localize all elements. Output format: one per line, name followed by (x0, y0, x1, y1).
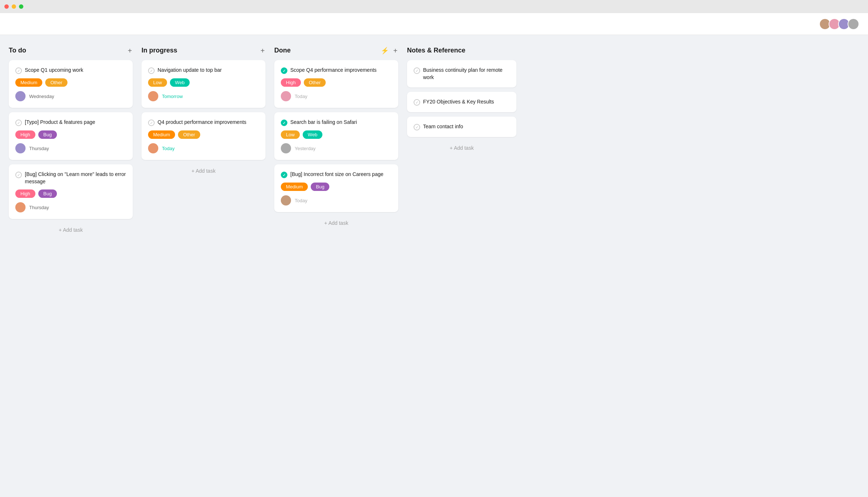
tag-high[interactable]: High (15, 189, 35, 198)
column-in-progress: In progress+Navigation update to top bar… (142, 47, 266, 177)
add-task-todo[interactable]: + Add task (9, 223, 133, 236)
card-footer: Yesterday (281, 143, 392, 153)
card-title-row: Q4 product performance improvements (148, 119, 259, 126)
tag-web[interactable]: Web (303, 130, 323, 139)
card-date: Wednesday (29, 94, 54, 99)
card-footer: Thursday (15, 143, 126, 153)
card-title-row: Search bar is failing on Safari (281, 119, 392, 126)
note-card-note-fy20: FY20 Objectives & Key Results (407, 92, 516, 112)
card-tags: LowWeb (281, 130, 392, 139)
card-check-icon[interactable] (148, 67, 155, 74)
tag-high[interactable]: High (281, 78, 301, 87)
card-avatar (15, 143, 26, 153)
card-date: Tomorrow (162, 94, 183, 99)
column-header-done: Done⚡+ (274, 47, 398, 54)
card-avatar (148, 143, 158, 153)
card-tags: HighOther (281, 78, 392, 87)
card-date: Today (295, 198, 307, 203)
card-check-icon[interactable] (281, 67, 287, 74)
card-tags: MediumOther (15, 78, 126, 87)
card-title-row: Navigation update to top bar (148, 67, 259, 74)
column-header-in-progress: In progress+ (142, 47, 266, 54)
team-avatars (819, 18, 859, 30)
column-actions-in-progress: + (260, 47, 266, 54)
card-tags: MediumBug (281, 183, 392, 191)
card-footer: Wednesday (15, 91, 126, 101)
column-done: Done⚡+Scope Q4 performance improvementsH… (274, 47, 398, 230)
dot-red[interactable] (4, 4, 9, 9)
column-notes: Notes & ReferenceBusiness continuity pla… (407, 47, 516, 154)
card-tags: HighBug (15, 189, 126, 198)
card-footer: Tomorrow (148, 91, 259, 101)
card-check-icon[interactable] (281, 172, 287, 178)
column-header-todo: To do+ (9, 47, 133, 54)
dot-yellow[interactable] (12, 4, 16, 9)
card-title-row: Scope Q1 upcoming work (15, 67, 126, 74)
card-title: Search bar is failing on Safari (290, 119, 357, 126)
tag-medium[interactable]: Medium (15, 78, 42, 87)
card-card-typo: [Typo] Product & features pageHighBugThu… (9, 112, 133, 160)
column-add-button-in-progress[interactable]: + (260, 47, 266, 54)
board-container: To do+Scope Q1 upcoming workMediumOtherW… (0, 35, 868, 248)
card-card-scope-q4: Scope Q4 performance improvementsHighOth… (274, 60, 398, 108)
card-avatar (281, 195, 291, 206)
card-title: Scope Q1 upcoming work (25, 67, 83, 74)
avatar-4[interactable] (848, 18, 859, 30)
card-check-icon[interactable] (15, 120, 22, 126)
tag-medium[interactable]: Medium (148, 130, 175, 139)
titlebar (0, 0, 868, 13)
tag-other[interactable]: Other (178, 130, 200, 139)
card-title: Scope Q4 performance improvements (290, 67, 377, 74)
card-date: Thursday (29, 146, 49, 151)
column-add-button-todo[interactable]: + (127, 47, 133, 54)
card-tags: MediumOther (148, 130, 259, 139)
card-date: Today (162, 146, 175, 151)
column-add-button-done[interactable]: + (392, 47, 398, 54)
tag-other[interactable]: Other (45, 78, 67, 87)
card-title: Q4 product performance improvements (158, 119, 247, 126)
card-check-icon[interactable] (281, 120, 287, 126)
card-title: [Typo] Product & features page (25, 119, 95, 126)
check-icon[interactable] (414, 124, 420, 130)
note-title: FY20 Objectives & Key Results (423, 98, 494, 106)
tag-web[interactable]: Web (170, 78, 190, 87)
add-task-done[interactable]: + Add task (274, 216, 398, 230)
tag-low[interactable]: Low (281, 130, 300, 139)
tag-low[interactable]: Low (148, 78, 167, 87)
check-icon[interactable] (414, 99, 420, 106)
card-footer: Today (281, 195, 392, 206)
card-footer: Thursday (15, 202, 126, 212)
add-task-in-progress[interactable]: + Add task (142, 164, 266, 177)
tag-other[interactable]: Other (304, 78, 326, 87)
tag-high[interactable]: High (15, 130, 35, 139)
card-check-icon[interactable] (15, 172, 22, 178)
tag-medium[interactable]: Medium (281, 183, 308, 191)
add-task-notes[interactable]: + Add task (407, 141, 516, 154)
column-todo: To do+Scope Q1 upcoming workMediumOtherW… (9, 47, 133, 236)
check-icon[interactable] (414, 67, 420, 74)
card-footer: Today (148, 143, 259, 153)
card-avatar (281, 91, 291, 101)
card-avatar (148, 91, 158, 101)
card-title-row: [Typo] Product & features page (15, 119, 126, 126)
note-card-note-bcp: Business continuity plan for remote work (407, 60, 516, 87)
card-title-row: [Bug] Clicking on "Learn more" leads to … (15, 171, 126, 185)
board: To do+Scope Q1 upcoming workMediumOtherW… (9, 47, 859, 236)
card-date: Thursday (29, 205, 49, 210)
column-title-notes: Notes & Reference (407, 47, 465, 54)
card-card-bug-learn: [Bug] Clicking on "Learn more" leads to … (9, 164, 133, 219)
card-check-icon[interactable] (15, 67, 22, 74)
note-title-row: Team contact info (414, 123, 510, 130)
lightning-button[interactable]: ⚡ (380, 47, 390, 54)
tag-bug[interactable]: Bug (311, 183, 329, 191)
column-actions-todo: + (127, 47, 133, 54)
card-card-q4-product: Q4 product performance improvementsMediu… (142, 112, 266, 160)
dot-green[interactable] (19, 4, 23, 9)
card-check-icon[interactable] (148, 120, 155, 126)
tag-bug[interactable]: Bug (38, 189, 57, 198)
note-title-row: FY20 Objectives & Key Results (414, 98, 510, 106)
card-avatar (15, 202, 26, 212)
note-title-row: Business continuity plan for remote work (414, 67, 510, 81)
card-tags: LowWeb (148, 78, 259, 87)
tag-bug[interactable]: Bug (38, 130, 57, 139)
